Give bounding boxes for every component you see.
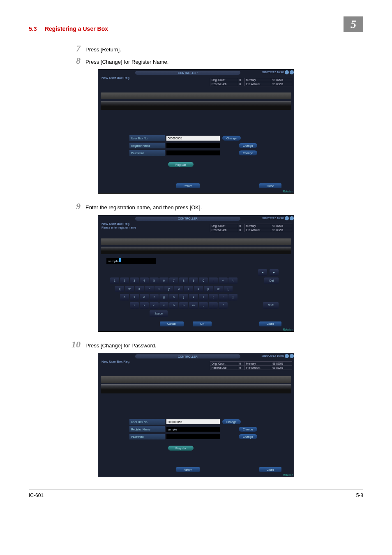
close-button[interactable]: Close — [259, 321, 281, 326]
key-@[interactable]: @ — [214, 286, 223, 292]
help-icon[interactable] — [290, 216, 294, 220]
key-v[interactable]: v — [159, 302, 168, 309]
key-a[interactable]: a — [120, 294, 129, 301]
close-button[interactable]: Close — [259, 467, 281, 472]
key-7[interactable]: 7 — [169, 278, 178, 284]
return-button[interactable]: Return — [176, 183, 200, 188]
row-register: Register — [168, 162, 194, 167]
key-:[interactable]: : — [219, 294, 228, 301]
key-;[interactable]: ; — [209, 294, 218, 301]
screen-title: New User Box Reg. — [101, 360, 130, 363]
chapter-number: 5 — [344, 16, 363, 32]
shift-key[interactable]: Shift — [263, 302, 279, 309]
key--[interactable]: - — [209, 278, 218, 284]
key-\[interactable]: \ — [228, 278, 238, 284]
change-button[interactable]: Change — [222, 136, 241, 141]
ok-button[interactable]: OK — [193, 321, 212, 326]
tab-bar — [101, 238, 291, 245]
stat-label: File Amount — [245, 82, 271, 86]
screen-subtitle: Please enter register name — [101, 226, 136, 229]
key-z[interactable]: z — [130, 302, 139, 309]
key-k[interactable]: k — [189, 294, 198, 301]
key-b[interactable]: b — [169, 302, 178, 309]
close-button[interactable]: Close — [259, 183, 281, 188]
help-icon[interactable] — [290, 70, 294, 74]
panel-header — [101, 247, 291, 254]
label-password: Password — [129, 150, 165, 156]
step-number: 9 — [66, 202, 81, 211]
row-password: Password Change — [129, 150, 257, 156]
key-6[interactable]: 6 — [159, 278, 168, 284]
key-o[interactable]: o — [194, 286, 203, 292]
key-h[interactable]: h — [169, 294, 178, 301]
home-icon[interactable] — [285, 70, 289, 74]
key-1[interactable]: 1 — [110, 278, 119, 284]
cancel-button[interactable]: Cancel — [160, 321, 184, 326]
key-q[interactable]: q — [115, 286, 124, 292]
key-t[interactable]: t — [154, 286, 164, 292]
key-8[interactable]: 8 — [179, 278, 188, 284]
key-r[interactable]: r — [145, 286, 154, 292]
text-entry[interactable]: sample — [106, 258, 156, 264]
label-userbox: User Box No. — [129, 135, 165, 141]
key-5[interactable]: 5 — [150, 278, 159, 284]
key-y[interactable]: y — [164, 286, 173, 292]
home-icon[interactable] — [285, 354, 289, 358]
controller-bar: CONTROLLER — [135, 71, 240, 75]
key-][interactable]: ] — [228, 294, 238, 301]
key-[[interactable]: [ — [224, 286, 233, 292]
register-button[interactable]: Register — [168, 446, 194, 451]
input-password[interactable] — [166, 150, 220, 155]
key-i[interactable]: i — [184, 286, 193, 292]
input-regname[interactable] — [166, 143, 220, 148]
key-/[interactable]: / — [219, 302, 228, 309]
key-n[interactable]: n — [179, 302, 188, 309]
key-g[interactable]: g — [159, 294, 168, 301]
key-9[interactable]: 9 — [189, 278, 198, 284]
key-^[interactable]: ^ — [219, 278, 228, 284]
status-table: Orig. Count0Memory99.875% Reserve Job0Fi… — [210, 224, 292, 232]
input-password[interactable] — [166, 434, 220, 439]
key-e[interactable]: e — [135, 286, 144, 292]
label-regname: Register Name — [129, 143, 165, 148]
key-u[interactable]: u — [174, 286, 183, 292]
key-3[interactable]: 3 — [130, 278, 139, 284]
key-d[interactable]: d — [140, 294, 149, 301]
home-icon[interactable] — [285, 216, 289, 220]
step-text: Press [Change] for Password. — [85, 340, 157, 350]
arrow-left-button[interactable]: ◄ — [258, 269, 267, 276]
stat-value: 99.875% — [271, 78, 292, 82]
change-button[interactable]: Change — [239, 434, 257, 439]
key-x[interactable]: x — [140, 302, 149, 309]
stat-value: 99.882% — [271, 82, 292, 86]
key-c[interactable]: c — [150, 302, 159, 309]
key-w[interactable]: w — [125, 286, 134, 292]
key-,[interactable]: , — [199, 302, 208, 309]
key-l[interactable]: l — [199, 294, 208, 301]
key-4[interactable]: 4 — [140, 278, 149, 284]
input-regname[interactable]: sample — [166, 427, 220, 432]
help-icon[interactable] — [290, 354, 294, 358]
rotation-label: Rotation — [283, 328, 293, 331]
change-button[interactable]: Change — [239, 427, 257, 432]
label-password: Password — [129, 434, 165, 439]
key-j[interactable]: j — [179, 294, 188, 301]
key-2[interactable]: 2 — [120, 278, 129, 284]
change-button[interactable]: Change — [239, 143, 257, 148]
register-button[interactable]: Register — [168, 162, 194, 167]
key-f[interactable]: f — [150, 294, 159, 301]
input-userbox[interactable]: 000000055 — [166, 136, 220, 141]
step-10: 10 Press [Change] for Password. — [66, 340, 363, 350]
key-m[interactable]: m — [189, 302, 198, 309]
space-key[interactable]: Space — [150, 310, 168, 317]
key-p[interactable]: p — [204, 286, 213, 292]
return-button[interactable]: Return — [176, 467, 200, 472]
key-s[interactable]: s — [130, 294, 139, 301]
change-button[interactable]: Change — [222, 419, 241, 424]
input-userbox[interactable]: 000000055 — [166, 419, 220, 424]
arrow-right-button[interactable]: ► — [270, 269, 279, 276]
key-0[interactable]: 0 — [199, 278, 208, 284]
del-key[interactable]: Del — [264, 278, 279, 284]
key-.[interactable]: . — [209, 302, 218, 309]
change-button[interactable]: Change — [239, 150, 257, 155]
